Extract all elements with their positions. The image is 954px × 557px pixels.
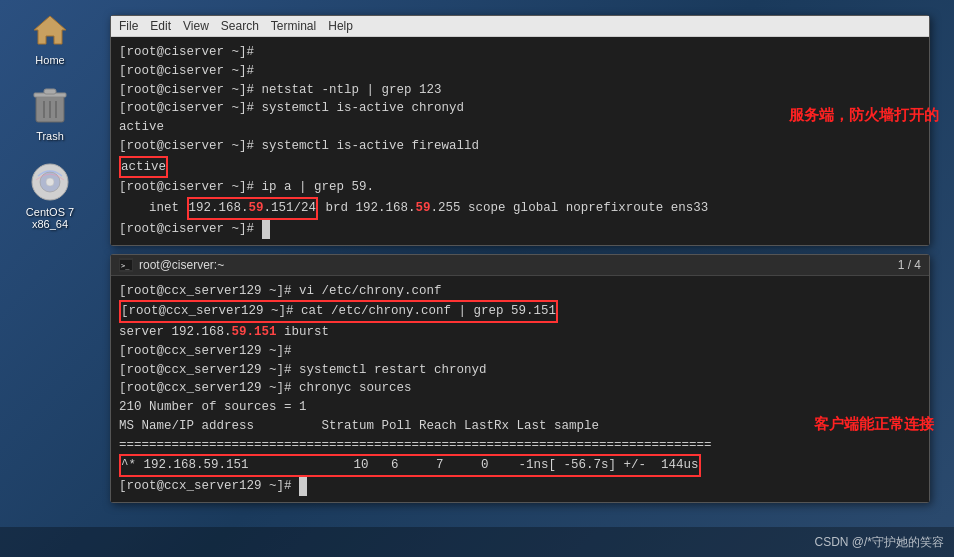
bottom-terminal-title: root@ciserver:~ [139, 258, 224, 272]
bottom-terminal-titlebar: >_ root@ciserver:~ 1 / 4 [111, 255, 929, 276]
desktop: Home Trash [0, 0, 954, 557]
menu-terminal[interactable]: Terminal [271, 19, 316, 33]
ip-address-highlighted: 192.168.59.151/24 [187, 197, 319, 220]
bottom-annotation: 客户端能正常连接 [814, 415, 934, 434]
bottom-line-7: 210 Number of sources = 1 [119, 398, 921, 417]
bottom-line-9: ========================================… [119, 436, 921, 455]
bottom-line-3: server 192.168.59.151 iburst [119, 323, 921, 342]
bottom-line-10: ^* 192.168.59.151 10 6 7 0 -1ns[ -56.7s]… [119, 454, 921, 477]
terminal-line-7: active [119, 156, 921, 179]
cd-label: CentOS 7 x86_64 [10, 206, 90, 230]
terminal-small-icon: >_ [119, 258, 133, 272]
cd-icon [30, 162, 70, 202]
home-icon [30, 10, 70, 50]
active-highlighted: active [119, 156, 168, 179]
terminals-container: File Edit View Search Terminal Help [roo… [110, 15, 930, 511]
menu-search[interactable]: Search [221, 19, 259, 33]
cd-icon-item[interactable]: CentOS 7 x86_64 [10, 162, 90, 230]
top-annotation: 服务端，防火墙打开的 [789, 106, 939, 125]
bottom-line-4: [root@ccx_server129 ~]# [119, 342, 921, 361]
bottom-terminal-window: >_ root@ciserver:~ 1 / 4 [root@ccx_serve… [110, 254, 930, 503]
csdn-watermark: CSDN @/*守护她的笑容 [814, 534, 944, 551]
taskbar: CSDN @/*守护她的笑容 [0, 527, 954, 557]
home-icon-item[interactable]: Home [15, 10, 85, 66]
svg-point-9 [46, 178, 54, 186]
terminal-line-1: [root@ciserver ~]# [119, 43, 921, 62]
top-terminal-menubar: File Edit View Search Terminal Help [111, 16, 929, 37]
bottom-line-2: [root@ccx_server129 ~]# cat /etc/chrony.… [119, 300, 921, 323]
svg-text:>_: >_ [121, 262, 130, 270]
bottom-line-5: [root@ccx_server129 ~]# systemctl restar… [119, 361, 921, 380]
bottom-line-6: [root@ccx_server129 ~]# chronyc sources [119, 379, 921, 398]
terminal-line-2: [root@ciserver ~]# [119, 62, 921, 81]
svg-rect-3 [44, 89, 56, 94]
menu-edit[interactable]: Edit [150, 19, 171, 33]
titlebar-left: >_ root@ciserver:~ [119, 258, 224, 272]
trash-icon [30, 86, 70, 126]
desktop-icons: Home Trash [10, 10, 90, 230]
bottom-terminal-body: [root@ccx_server129 ~]# vi /etc/chrony.c… [111, 276, 929, 502]
terminal-line-8: [root@ciserver ~]# ip a | grep 59. [119, 178, 921, 197]
top-terminal-window: File Edit View Search Terminal Help [roo… [110, 15, 930, 246]
terminal-line-9: inet 192.168.59.151/24 brd 192.168.59.25… [119, 197, 921, 220]
trash-icon-item[interactable]: Trash [15, 86, 85, 142]
terminal-line-10: [root@ciserver ~]# [119, 220, 921, 239]
bottom-line-11: [root@ccx_server129 ~]# [119, 477, 921, 496]
terminal-line-6: [root@ciserver ~]# systemctl is-active f… [119, 137, 921, 156]
top-terminal-body: [root@ciserver ~]# [root@ciserver ~]# [r… [111, 37, 929, 245]
bottom-line-1: [root@ccx_server129 ~]# vi /etc/chrony.c… [119, 282, 921, 301]
menu-file[interactable]: File [119, 19, 138, 33]
page-indicator: 1 / 4 [898, 258, 921, 272]
menu-help[interactable]: Help [328, 19, 353, 33]
menu-view[interactable]: View [183, 19, 209, 33]
bottom-line-8: MS Name/IP address Stratum Poll Reach La… [119, 417, 921, 436]
trash-label: Trash [36, 130, 64, 142]
terminal-line-3: [root@ciserver ~]# netstat -ntlp | grep … [119, 81, 921, 100]
svg-marker-0 [34, 16, 66, 44]
home-label: Home [35, 54, 64, 66]
